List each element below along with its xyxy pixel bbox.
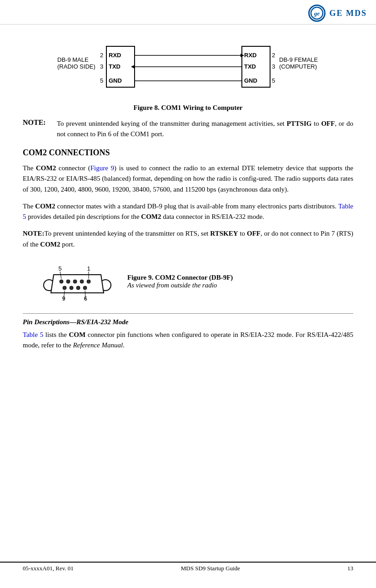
section-divider: [23, 313, 353, 314]
svg-text:3: 3: [100, 63, 103, 70]
note1-block: NOTE: To prevent unintended keying of th…: [23, 119, 353, 139]
page-footer: 05-xxxxA01, Rev. 01 MDS SD9 Startup Guid…: [0, 562, 376, 574]
svg-text:2: 2: [272, 52, 275, 59]
svg-text:RXD: RXD: [244, 52, 256, 59]
svg-text:(RADIO SIDE): (RADIO SIDE): [57, 63, 95, 70]
com-ref: COM: [69, 331, 86, 338]
table5-link[interactable]: Table 5: [23, 203, 353, 220]
svg-point-27: [60, 280, 63, 283]
svg-text:5: 5: [100, 77, 103, 84]
logo-text: GE MDS: [329, 9, 367, 18]
db9f-diagram: 5 1 9 6: [41, 259, 114, 304]
svg-point-33: [70, 286, 73, 290]
svg-text:RXD: RXD: [109, 52, 121, 59]
com2-ref3: COM2: [141, 213, 161, 220]
note2-rtskey: RTSKEY: [210, 230, 238, 237]
svg-text:5: 5: [58, 265, 61, 272]
note2-com2: COM2: [40, 241, 60, 248]
figure8-caption: Figure 8. COM1 Wiring to Computer: [23, 104, 353, 112]
svg-text:1: 1: [87, 265, 90, 272]
com2-para2: The COM2 connector mates with a standard…: [23, 201, 353, 222]
note1-off: OFF: [321, 120, 335, 127]
svg-text:3: 3: [272, 63, 275, 70]
svg-text:5: 5: [272, 77, 275, 84]
svg-text:DB-9 MALE: DB-9 MALE: [57, 56, 89, 63]
footer-left: 05-xxxxA01, Rev. 01: [23, 565, 74, 572]
com2-ref2: COM2: [35, 203, 55, 210]
footer-center: MDS SD9 Startup Guide: [181, 565, 240, 572]
svg-point-32: [63, 286, 66, 290]
note1-text: To prevent unintended keying of the tran…: [57, 119, 353, 139]
svg-text:GND: GND: [244, 77, 257, 84]
footer-right: 13: [347, 565, 353, 572]
svg-point-29: [73, 280, 77, 283]
wiring-diagram: DB-9 MALE (RADIO SIDE) RXD TXD GND 2 3 5…: [56, 38, 320, 97]
figure9-caption: Figure 9. COM2 Connector (DB-9F) As view…: [127, 274, 233, 289]
note1-label: NOTE:: [23, 119, 52, 139]
svg-text:GND: GND: [109, 77, 122, 84]
com2-heading: COM2 CONNECTIONS: [23, 148, 353, 158]
note1-pttsig: PTTSIG: [286, 120, 311, 127]
svg-text:DB-9 FEMALE: DB-9 FEMALE: [279, 56, 318, 63]
svg-point-35: [83, 286, 87, 290]
svg-text:2: 2: [100, 52, 103, 59]
svg-text:TXD: TXD: [244, 63, 256, 70]
figure9-area: 5 1 9 6 Figure 9. COM2 Connector (DB-9F)…: [41, 259, 353, 304]
table5-link2[interactable]: Table 5: [23, 331, 43, 338]
svg-point-31: [87, 280, 90, 283]
page-header: ge GE MDS: [0, 0, 376, 25]
pin-desc-heading: Pin Descriptions—RS/EIA-232 Mode: [23, 318, 353, 326]
note2-block: NOTE:To prevent unintended keying of the…: [23, 228, 353, 250]
figure9-sub: As viewed from outside the radio: [127, 282, 233, 289]
reference-manual: Reference Manual: [73, 341, 123, 349]
note2-off: OFF: [247, 230, 261, 237]
figure9-link[interactable]: Figure 9: [90, 164, 114, 172]
svg-point-28: [66, 280, 70, 283]
svg-point-34: [76, 286, 80, 290]
svg-text:ge: ge: [314, 10, 320, 17]
ge-logo-icon: ge: [308, 5, 326, 22]
note2-label: NOTE:: [23, 230, 45, 237]
main-content: DB-9 MALE (RADIO SIDE) RXD TXD GND 2 3 5…: [0, 25, 376, 366]
com2-ref1: COM2: [36, 164, 56, 172]
svg-point-30: [80, 280, 84, 283]
pin-desc-para: Table 5 lists the COM connector pin func…: [23, 330, 353, 351]
svg-text:(COMPUTER): (COMPUTER): [279, 63, 317, 70]
logo-area: ge GE MDS: [308, 5, 367, 22]
svg-text:TXD: TXD: [109, 63, 120, 70]
com2-para1: The COM2 connector (Figure 9) is used to…: [23, 163, 353, 195]
figure9-title: Figure 9. COM2 Connector (DB-9F): [127, 274, 233, 282]
